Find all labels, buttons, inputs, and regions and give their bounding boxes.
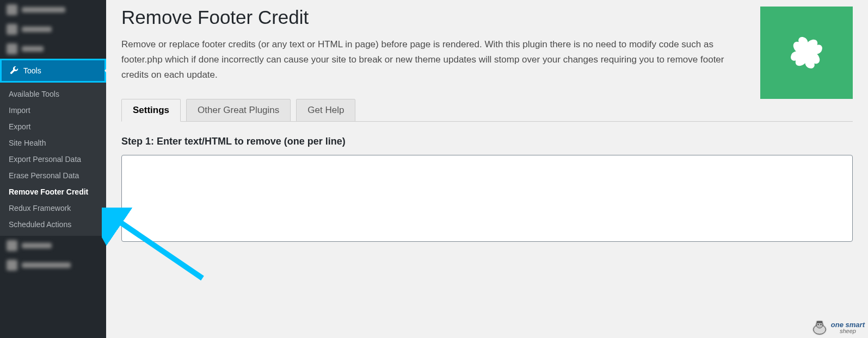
- sidebar-tools-label: Tools: [23, 66, 41, 75]
- tab-settings[interactable]: Settings: [121, 99, 181, 122]
- sidebar-submenu: Available Tools Import Export Site Healt…: [0, 83, 106, 236]
- step1-textarea[interactable]: [121, 155, 853, 242]
- svg-point-4: [820, 324, 821, 325]
- svg-point-3: [817, 324, 818, 325]
- watermark-bottom: sheep: [831, 328, 865, 334]
- submenu-item-site-health[interactable]: Site Health: [0, 135, 106, 151]
- submenu-item-export-personal-data[interactable]: Export Personal Data: [0, 151, 106, 167]
- plugin-logo: [760, 7, 853, 99]
- sidebar-item-blurred: [0, 39, 106, 59]
- clover-icon: [787, 34, 826, 72]
- submenu-item-export[interactable]: Export: [0, 118, 106, 135]
- sidebar-item-blurred: [0, 20, 106, 39]
- svg-rect-5: [817, 321, 822, 323]
- submenu-item-import[interactable]: Import: [0, 102, 106, 118]
- wrench-icon: [8, 65, 19, 76]
- main-content: Remove Footer Credit Remove or replace f…: [106, 0, 868, 338]
- sidebar-item-blurred: [0, 0, 106, 20]
- submenu-item-scheduled-actions[interactable]: Scheduled Actions: [0, 216, 106, 233]
- page-description: Remove or replace footer credits (or any…: [121, 37, 747, 83]
- sheep-icon: [810, 318, 829, 337]
- watermark: one smart sheep: [810, 318, 865, 337]
- submenu-item-redux-framework[interactable]: Redux Framework: [0, 200, 106, 216]
- tab-get-help[interactable]: Get Help: [296, 99, 355, 122]
- step1-label: Step 1: Enter text/HTML to remove (one p…: [121, 136, 853, 147]
- page-title: Remove Footer Credit: [121, 7, 747, 28]
- sidebar-item-tools[interactable]: Tools: [0, 59, 106, 83]
- submenu-item-available-tools[interactable]: Available Tools: [0, 86, 106, 102]
- sidebar-item-blurred: [0, 255, 106, 275]
- tabs: Settings Other Great Plugins Get Help: [121, 99, 853, 122]
- tab-other-great-plugins[interactable]: Other Great Plugins: [186, 99, 291, 122]
- admin-sidebar: Tools Available Tools Import Export Site…: [0, 0, 106, 338]
- submenu-item-remove-footer-credit[interactable]: Remove Footer Credit: [0, 184, 106, 200]
- submenu-item-erase-personal-data[interactable]: Erase Personal Data: [0, 167, 106, 184]
- sidebar-item-blurred: [0, 236, 106, 255]
